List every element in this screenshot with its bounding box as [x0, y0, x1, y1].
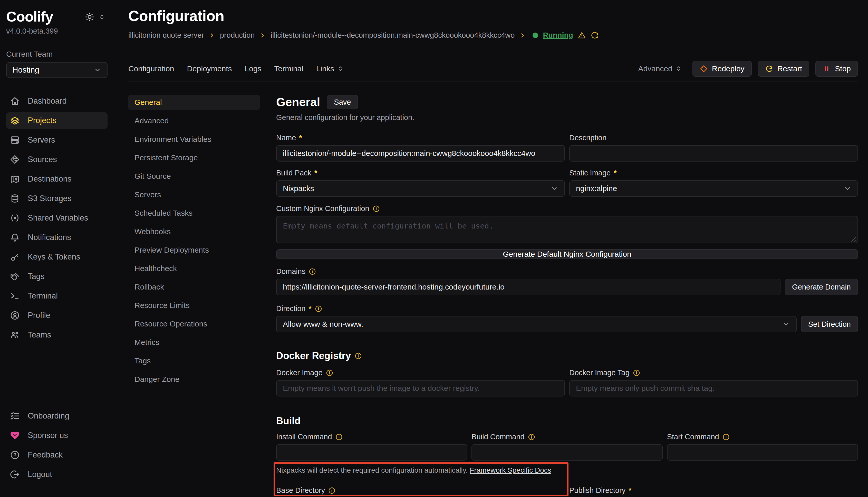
info-icon[interactable] [326, 369, 333, 377]
custom-nginx-wrap [276, 216, 858, 244]
tab-configuration[interactable]: Configuration [128, 65, 174, 73]
chevron-down-icon [844, 185, 851, 192]
info-icon[interactable] [308, 268, 316, 275]
subnav-item-resource-limits[interactable]: Resource Limits [128, 298, 260, 313]
sidebar-item-onboarding[interactable]: Onboarding [6, 408, 108, 424]
subnav-item-scheduled-tasks[interactable]: Scheduled Tasks [128, 206, 260, 221]
name-input[interactable] [276, 145, 565, 161]
info-icon[interactable] [633, 369, 640, 377]
static-image-select[interactable]: nginx:alpine [569, 180, 858, 197]
generate-domain-button[interactable]: Generate Domain [785, 279, 858, 295]
subnav-item-danger-zone[interactable]: Danger Zone [128, 372, 260, 387]
resize-handle[interactable] [851, 237, 856, 242]
sidebar-item-label: Notifications [28, 233, 71, 242]
info-icon[interactable] [328, 487, 336, 494]
subnav-item-preview-deployments[interactable]: Preview Deployments [128, 243, 260, 257]
sidebar-item-teams[interactable]: Teams [6, 327, 108, 343]
directory-labels: Base Directory Publish Directory* [276, 486, 858, 495]
redeploy-button[interactable]: Redeploy [692, 61, 752, 77]
custom-nginx-textarea[interactable] [276, 216, 858, 243]
subnav-item-metrics[interactable]: Metrics [128, 335, 260, 350]
subnav-item-environment-variables[interactable]: Environment Variables [128, 132, 260, 147]
subnav-item-rollback[interactable]: Rollback [128, 280, 260, 294]
chevron-right-icon [259, 32, 266, 39]
page-title: Configuration [128, 7, 858, 24]
sidebar-item-profile[interactable]: Profile [6, 307, 108, 324]
sidebar-item-shared-variables[interactable]: Shared Variables [6, 210, 108, 226]
sun-icon[interactable] [85, 12, 94, 22]
info-icon[interactable] [372, 205, 380, 213]
sidebar-item-s3-storages[interactable]: S3 Storages [6, 190, 108, 207]
subnav-item-advanced[interactable]: Advanced [128, 113, 260, 128]
sidebar-item-sources[interactable]: Sources [6, 151, 108, 168]
info-icon[interactable] [335, 433, 343, 441]
restart-button[interactable]: Restart [758, 61, 810, 77]
docker-image-input[interactable] [276, 380, 565, 396]
docker-image-label: Docker Image [276, 369, 565, 377]
subnav-item-webhooks[interactable]: Webhooks [128, 224, 260, 239]
required-asterisk: * [308, 304, 311, 313]
breadcrumb-environment[interactable]: production [220, 31, 254, 40]
subnav-item-resource-operations[interactable]: Resource Operations [128, 316, 260, 331]
current-team-label: Current Team [6, 50, 108, 58]
start-command-input[interactable] [667, 444, 858, 460]
description-input[interactable] [569, 145, 858, 161]
sidebar-item-notifications[interactable]: Notifications [6, 229, 108, 246]
domains-input[interactable] [276, 279, 781, 295]
sidebar-item-keys-tokens[interactable]: Keys & Tokens [6, 249, 108, 265]
sidebar-item-dashboard[interactable]: Dashboard [6, 93, 108, 109]
tab-terminal[interactable]: Terminal [274, 65, 303, 73]
subnav-item-general[interactable]: General [128, 95, 260, 110]
stop-button[interactable]: Stop [815, 61, 858, 77]
install-command-input[interactable] [276, 444, 467, 460]
subnav-item-healthcheck[interactable]: Healthcheck [128, 261, 260, 276]
tab-logs[interactable]: Logs [245, 65, 262, 73]
sidebar-item-servers[interactable]: Servers [6, 132, 108, 148]
docker-inputs [276, 380, 858, 396]
sidebar-item-destinations[interactable]: Destinations [6, 171, 108, 187]
generate-nginx-button[interactable]: Generate Default Nginx Configuration [276, 249, 858, 259]
info-icon[interactable] [315, 305, 322, 313]
domains-label: Domains [276, 267, 858, 276]
set-direction-button[interactable]: Set Direction [801, 316, 858, 332]
sidebar-item-logout[interactable]: Logout [6, 466, 108, 483]
info-icon[interactable] [722, 433, 730, 441]
sidebar-item-terminal[interactable]: Terminal [6, 288, 108, 304]
framework-docs-link[interactable]: Framework Specific Docs [470, 466, 551, 474]
warning-icon[interactable] [578, 31, 586, 40]
subnav-item-servers[interactable]: Servers [128, 187, 260, 202]
status-link[interactable]: Running [543, 31, 573, 40]
sidebar-item-projects[interactable]: Projects [6, 112, 108, 129]
required-asterisk: * [314, 169, 317, 177]
git-source-icon [10, 154, 20, 165]
breadcrumb-application[interactable]: illicitestonion/-module--decomposition:m… [271, 31, 514, 40]
subnav-item-tags[interactable]: Tags [128, 353, 260, 368]
sidebar-item-sponsor-us[interactable]: Sponsor us [6, 427, 108, 444]
advanced-dropdown[interactable]: Advanced [638, 65, 682, 73]
logout-icon [10, 469, 20, 480]
info-icon[interactable] [528, 433, 535, 441]
tab-links[interactable]: Links [316, 65, 344, 73]
buildpack-static-labels: Build Pack* Static Image* [276, 169, 858, 177]
sidebar-item-tags[interactable]: Tags [6, 268, 108, 285]
build-command-input[interactable] [471, 444, 662, 460]
docker-image-tag-input[interactable] [569, 380, 858, 396]
breadcrumb-project[interactable]: illicitonion quote server [128, 31, 204, 40]
command-inputs [276, 444, 858, 460]
direction-select[interactable]: Allow www & non-www. [276, 316, 797, 332]
sidebar-item-label: Teams [28, 330, 51, 340]
tab-deployments[interactable]: Deployments [187, 65, 232, 73]
save-button[interactable]: Save [327, 95, 358, 109]
build-pack-select[interactable]: Nixpacks [276, 180, 565, 197]
subnav-item-persistent-storage[interactable]: Persistent Storage [128, 150, 260, 165]
info-icon[interactable] [355, 352, 362, 360]
subnav-item-git-source[interactable]: Git Source [128, 169, 260, 184]
sidebar-item-label: Terminal [28, 291, 58, 301]
sidebar-item-label: Keys & Tokens [28, 252, 80, 261]
breadcrumb: illicitonion quote server production ill… [128, 31, 858, 40]
team-select[interactable]: Hosting [6, 62, 108, 78]
theme-chevrons-icon[interactable] [98, 13, 106, 20]
refresh-icon[interactable] [591, 31, 599, 40]
users-icon [10, 330, 20, 340]
sidebar-item-feedback[interactable]: Feedback [6, 447, 108, 463]
